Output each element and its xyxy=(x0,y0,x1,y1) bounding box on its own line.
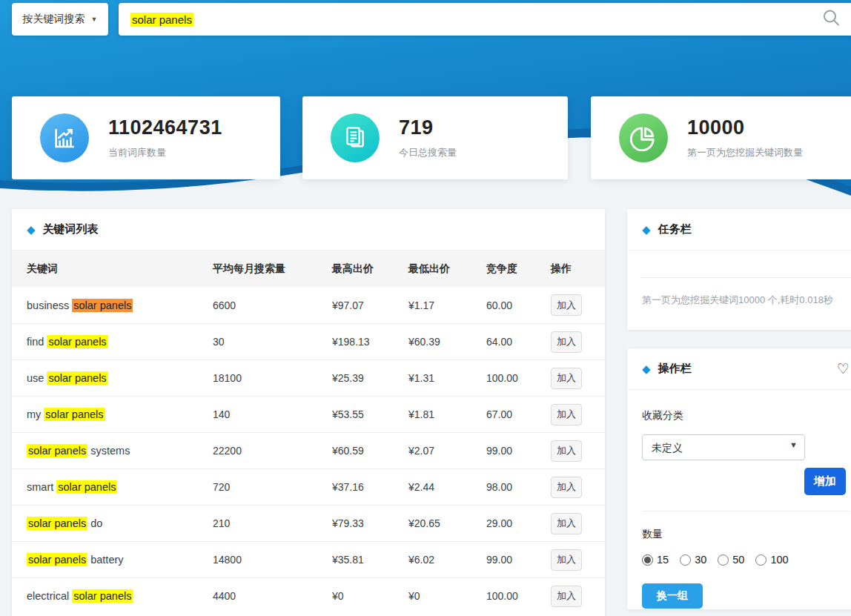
divider xyxy=(642,511,850,511)
col-action: 操作 xyxy=(551,262,605,276)
diamond-icon: ◆ xyxy=(642,363,651,374)
competition-cell: 100.00 xyxy=(486,590,551,602)
low-bid-cell: ¥2.44 xyxy=(408,481,486,493)
table-row: find solar panels 30 ¥198.13 ¥60.39 64.0… xyxy=(12,323,605,360)
volume-cell: 14800 xyxy=(213,554,332,566)
add-keyword-button[interactable]: 加入 xyxy=(551,294,582,316)
high-bid-cell: ¥25.39 xyxy=(332,372,408,384)
quantity-radio-30[interactable] xyxy=(680,554,691,566)
keyword-cell: smart solar panels xyxy=(27,481,213,493)
search-icon[interactable] xyxy=(821,8,841,30)
keyword-cell: solar panels systems xyxy=(27,445,213,457)
task-panel: ◆ 任务栏 第一页为您挖掘关键词10000 个,耗时0.018秒 xyxy=(627,209,851,330)
action-panel-title: ◆ 操作栏 ♡ xyxy=(627,348,851,390)
high-bid-cell: ¥60.59 xyxy=(332,445,408,457)
table-body: business solar panels 6600 ¥97.07 ¥1.17 … xyxy=(12,287,605,614)
table-row: solar panels systems 22200 ¥60.59 ¥2.07 … xyxy=(12,432,605,468)
table-row: solar panels battery 14800 ¥35.81 ¥6.02 … xyxy=(12,541,605,577)
stat-label: 今日总搜索量 xyxy=(399,146,457,159)
favorite-heart-icon[interactable]: ♡ xyxy=(837,360,850,377)
low-bid-cell: ¥20.65 xyxy=(408,517,486,529)
search-type-label: 按关键词搜索 xyxy=(23,13,85,26)
table-row: use solar panels 18100 ¥25.39 ¥1.31 100.… xyxy=(12,360,605,396)
high-bid-cell: ¥198.13 xyxy=(332,336,408,348)
volume-cell: 6600 xyxy=(213,299,332,311)
add-keyword-button[interactable]: 加入 xyxy=(551,404,582,425)
col-high-bid: 最高出价 xyxy=(332,262,408,276)
add-to-favorites-button[interactable]: 增加 xyxy=(804,468,846,495)
stat-value: 719 xyxy=(399,116,457,139)
competition-cell: 67.00 xyxy=(486,408,551,420)
search-value: solar panels xyxy=(130,13,193,27)
quantity-radio-100[interactable] xyxy=(755,554,766,566)
add-keyword-button[interactable]: 加入 xyxy=(551,513,582,534)
low-bid-cell: ¥1.81 xyxy=(408,408,486,420)
add-keyword-button[interactable]: 加入 xyxy=(551,440,582,462)
competition-cell: 29.00 xyxy=(486,517,551,529)
col-keyword: 关键词 xyxy=(27,262,213,276)
stat-label: 当前词库数量 xyxy=(108,146,222,159)
add-keyword-button[interactable]: 加入 xyxy=(551,549,582,571)
quantity-radio-group: 153050100 xyxy=(642,554,850,566)
add-keyword-button[interactable]: 加入 xyxy=(551,331,582,353)
search-type-dropdown[interactable]: 按关键词搜索 ▼ xyxy=(12,3,108,36)
divider xyxy=(640,277,851,278)
keyword-cell: find solar panels xyxy=(27,336,213,348)
add-keyword-button[interactable]: 加入 xyxy=(551,368,582,389)
trend-chart-icon xyxy=(40,113,89,162)
table-row: smart solar panels 720 ¥37.16 ¥2.44 98.0… xyxy=(12,468,605,505)
volume-cell: 18100 xyxy=(213,372,332,384)
add-keyword-button[interactable]: 加入 xyxy=(551,586,582,607)
keyword-list-panel: ◆ 关键词列表 关键词 平均每月搜索量 最高出价 最低出价 竞争度 操作 bus… xyxy=(12,209,605,616)
pie-chart-icon xyxy=(619,113,668,162)
competition-cell: 64.00 xyxy=(486,336,551,348)
quantity-radio-50[interactable] xyxy=(718,554,729,566)
volume-cell: 210 xyxy=(213,517,332,529)
add-keyword-button[interactable]: 加入 xyxy=(551,477,582,498)
high-bid-cell: ¥53.55 xyxy=(332,408,408,420)
quantity-label: 数量 xyxy=(642,528,850,541)
table-row: electrical solar panels 4400 ¥0 ¥0 100.0… xyxy=(12,577,605,614)
competition-cell: 100.00 xyxy=(486,372,551,384)
chevron-down-icon: ▼ xyxy=(91,16,98,23)
quantity-option-15[interactable]: 15 xyxy=(642,554,669,566)
keyword-cell: my solar panels xyxy=(27,408,213,420)
stat-card-searches: 719 今日总搜索量 xyxy=(302,96,568,179)
low-bid-cell: ¥1.31 xyxy=(408,372,486,384)
category-label: 收藏分类 xyxy=(642,409,850,423)
action-panel: ◆ 操作栏 ♡ 收藏分类 未定义 ▼ 增加 数量 153050100 换一组 xyxy=(627,348,851,609)
table-header: 关键词 平均每月搜索量 最高出价 最低出价 竞争度 操作 xyxy=(12,251,605,287)
competition-cell: 60.00 xyxy=(486,299,551,311)
quantity-radio-15[interactable] xyxy=(642,554,653,566)
volume-cell: 4400 xyxy=(213,590,332,602)
high-bid-cell: ¥35.81 xyxy=(332,554,408,566)
col-volume: 平均每月搜索量 xyxy=(213,262,332,276)
low-bid-cell: ¥6.02 xyxy=(408,554,486,566)
keyword-cell: solar panels do xyxy=(27,517,213,529)
volume-cell: 140 xyxy=(213,408,332,420)
high-bid-cell: ¥0 xyxy=(332,590,408,602)
col-competition: 竞争度 xyxy=(486,262,551,276)
low-bid-cell: ¥2.07 xyxy=(408,445,486,457)
category-select[interactable]: 未定义 xyxy=(642,434,805,460)
task-panel-title: ◆ 任务栏 xyxy=(627,209,851,251)
quantity-option-100[interactable]: 100 xyxy=(755,554,788,566)
competition-cell: 99.00 xyxy=(486,554,551,566)
keyword-cell: electrical solar panels xyxy=(27,590,213,602)
high-bid-cell: ¥79.33 xyxy=(332,517,408,529)
competition-cell: 98.00 xyxy=(486,481,551,493)
task-message: 第一页为您挖掘关键词10000 个,耗时0.018秒 xyxy=(642,294,850,307)
keyword-cell: use solar panels xyxy=(27,372,213,384)
stat-value: 1102464731 xyxy=(108,116,222,139)
quantity-option-30[interactable]: 30 xyxy=(680,554,706,566)
stat-label: 第一页为您挖掘关键词数量 xyxy=(687,146,803,159)
table-row: my solar panels 140 ¥53.55 ¥1.81 67.00 加… xyxy=(12,396,605,432)
low-bid-cell: ¥60.39 xyxy=(408,336,486,348)
quantity-option-50[interactable]: 50 xyxy=(718,554,744,566)
volume-cell: 22200 xyxy=(213,445,332,457)
diamond-icon: ◆ xyxy=(27,224,36,235)
search-input[interactable]: solar panels xyxy=(119,3,851,36)
regroup-button[interactable]: 换一组 xyxy=(642,583,703,609)
documents-icon xyxy=(331,113,380,162)
low-bid-cell: ¥1.17 xyxy=(408,299,486,311)
